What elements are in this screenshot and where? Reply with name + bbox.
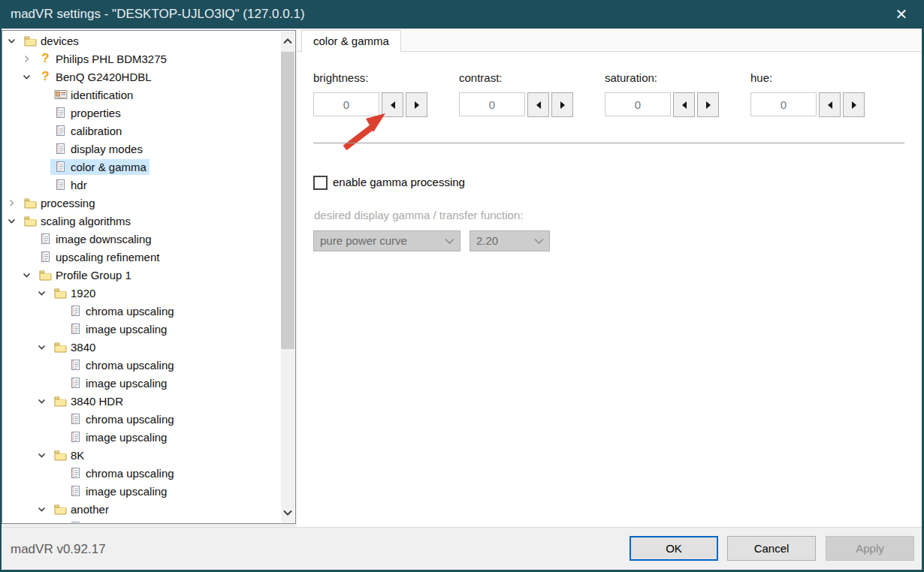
tree-item-body[interactable]: image upscaling: [65, 429, 170, 445]
tree-item-body[interactable]: 1920: [50, 285, 98, 301]
tree-item[interactable]: image upscaling: [3, 320, 281, 338]
tree-item-body[interactable]: another: [50, 501, 112, 517]
tree-item[interactable]: ?Philips PHL BDM3275: [3, 50, 281, 68]
tree-item[interactable]: devices: [3, 32, 281, 50]
tree-scrollbar[interactable]: [281, 32, 294, 522]
chevron-down-icon[interactable]: [38, 287, 50, 299]
chevron-down-icon[interactable]: [8, 35, 20, 47]
tree-item[interactable]: chroma upscaling: [3, 464, 281, 482]
saturation-increase-button[interactable]: [697, 92, 719, 117]
tree-item-label: chroma upscaling: [86, 521, 174, 523]
saturation-input[interactable]: [605, 92, 671, 116]
ok-button[interactable]: OK: [630, 536, 718, 561]
brightness-increase-button[interactable]: [406, 92, 427, 117]
chevron-right-icon[interactable]: [8, 197, 20, 209]
tree-item-body[interactable]: Profile Group 1: [35, 267, 134, 283]
contrast-increase-button[interactable]: [551, 92, 573, 117]
tree-item-body[interactable]: chroma upscaling: [65, 465, 177, 481]
chevron-down-icon[interactable]: [23, 269, 35, 281]
tree-item-body[interactable]: image upscaling: [65, 375, 170, 391]
tree-item[interactable]: upscaling refinement: [3, 248, 281, 266]
tree-item[interactable]: chroma upscaling: [3, 302, 281, 320]
contrast-decrease-button[interactable]: [527, 92, 549, 117]
saturation-decrease-button[interactable]: [673, 92, 695, 117]
tree-item-body[interactable]: image upscaling: [65, 321, 170, 337]
scroll-down-button[interactable]: [281, 503, 294, 522]
tree-item-label: chroma upscaling: [86, 359, 174, 372]
tree-item[interactable]: chroma upscaling: [3, 356, 281, 374]
tree-item-body[interactable]: 3840 HDR: [50, 393, 126, 409]
scrollbar-thumb[interactable]: [281, 52, 294, 349]
tree-item-body[interactable]: chroma upscaling: [65, 411, 177, 427]
tree-item-body[interactable]: chroma upscaling: [65, 519, 177, 523]
folder-icon: [53, 449, 68, 462]
tree-item-body[interactable]: upscaling refinement: [35, 249, 162, 265]
tree-item-body[interactable]: scaling algorithms: [20, 213, 134, 229]
tree-item-body[interactable]: chroma upscaling: [65, 357, 177, 373]
tree-item[interactable]: processing: [3, 194, 281, 212]
chevron-right-icon[interactable]: [23, 53, 35, 65]
tree-item[interactable]: color & gamma: [3, 158, 281, 176]
tree-item-body[interactable]: devices: [20, 33, 82, 49]
tree-item-body[interactable]: 3840: [50, 339, 98, 355]
tree-item[interactable]: image upscaling: [3, 428, 281, 446]
chevron-down-icon[interactable]: [23, 71, 35, 83]
gamma-value-dropdown[interactable]: 2.20: [470, 230, 550, 251]
tree-item-body[interactable]: calibration: [50, 123, 125, 139]
gamma-section-label: desired display gamma / transfer functio…: [314, 209, 523, 221]
chevron-down-icon[interactable]: [38, 341, 50, 353]
tree-item-body[interactable]: image upscaling: [65, 483, 170, 499]
no-chevron: [38, 125, 50, 137]
tree-item[interactable]: image upscaling: [3, 374, 281, 392]
tree-item[interactable]: scaling algorithms: [3, 212, 281, 230]
scroll-up-button[interactable]: [281, 32, 294, 51]
hue-increase-button[interactable]: [843, 92, 865, 117]
folder-icon: [38, 269, 53, 281]
tab-color-gamma[interactable]: color & gamma: [301, 30, 401, 52]
tree-item[interactable]: Profile Group 1: [3, 266, 281, 284]
tree-item-body[interactable]: processing: [20, 195, 98, 211]
tree-item-body[interactable]: properties: [50, 105, 124, 121]
no-chevron: [38, 143, 50, 155]
tree-item[interactable]: chroma upscaling: [3, 410, 281, 428]
apply-button[interactable]: Apply: [826, 536, 914, 561]
contrast-input[interactable]: [459, 92, 525, 116]
enable-gamma-checkbox[interactable]: [313, 176, 328, 190]
tree-item-body[interactable]: hdr: [50, 177, 90, 193]
tree-item[interactable]: 8K: [3, 446, 281, 464]
tree-item-body[interactable]: identification: [50, 87, 136, 103]
chevron-down-icon[interactable]: [38, 503, 50, 515]
tree-item[interactable]: image upscaling: [3, 482, 281, 500]
tree-item[interactable]: identification: [3, 86, 281, 104]
hue-input[interactable]: [750, 92, 817, 116]
tree-item[interactable]: hdr: [3, 176, 281, 194]
tree-item[interactable]: chroma upscaling: [3, 518, 281, 522]
hue-decrease-button[interactable]: [819, 92, 841, 117]
tree-item[interactable]: 3840 HDR: [3, 392, 281, 410]
tree-item-body[interactable]: ?BenQ G2420HDBL: [35, 69, 155, 85]
close-icon: ✕: [895, 5, 908, 23]
tree-item[interactable]: display modes: [3, 140, 281, 158]
doc-icon: [38, 251, 53, 263]
close-button[interactable]: ✕: [885, 0, 918, 29]
tree-item[interactable]: properties: [3, 104, 281, 122]
tree-item[interactable]: image downscaling: [3, 230, 281, 248]
tree-item[interactable]: 3840: [3, 338, 281, 356]
cancel-button[interactable]: Cancel: [727, 536, 816, 561]
chevron-down-icon[interactable]: [8, 215, 20, 227]
tree-item-body[interactable]: ?Philips PHL BDM3275: [35, 51, 170, 67]
tree-item-label: properties: [71, 107, 121, 119]
tree-item-body[interactable]: chroma upscaling: [65, 303, 177, 319]
tree-item-body[interactable]: display modes: [50, 141, 146, 157]
gamma-curve-dropdown[interactable]: pure power curve: [313, 230, 460, 251]
tree-item[interactable]: another: [3, 500, 281, 518]
tree-item[interactable]: ?BenQ G2420HDBL: [3, 68, 281, 86]
tree-item[interactable]: calibration: [3, 122, 281, 140]
tree-item-body[interactable]: 8K: [50, 447, 87, 463]
tree-item[interactable]: 1920: [3, 284, 281, 302]
chevron-down-icon[interactable]: [38, 395, 50, 407]
chevron-down-icon[interactable]: [38, 449, 50, 461]
gamma-value: 2.20: [476, 234, 498, 247]
tree-item-body[interactable]: image downscaling: [35, 231, 155, 247]
tree-item-selected[interactable]: color & gamma: [50, 159, 149, 175]
